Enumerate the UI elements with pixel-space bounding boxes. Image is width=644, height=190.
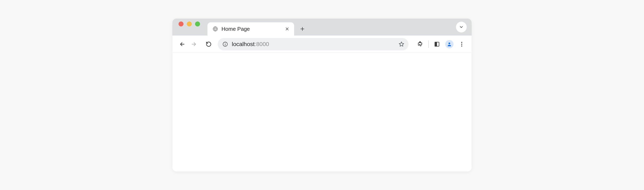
tab-close-button[interactable] — [284, 26, 290, 32]
new-tab-button[interactable] — [296, 23, 308, 35]
back-button[interactable] — [177, 39, 187, 49]
profile-avatar[interactable] — [445, 40, 454, 48]
svg-point-2 — [225, 43, 226, 43]
browser-tab[interactable]: Home Page — [208, 22, 294, 36]
toolbar-divider — [428, 40, 429, 48]
bookmark-star-icon[interactable] — [398, 40, 405, 48]
tabs-menu-button[interactable] — [456, 22, 467, 32]
toolbar: localhost:8000 — [172, 36, 472, 53]
url-port: :8000 — [255, 41, 269, 48]
svg-point-8 — [461, 44, 462, 44]
page-viewport — [172, 53, 472, 172]
address-bar[interactable]: localhost:8000 — [218, 38, 408, 50]
side-panel-icon[interactable] — [432, 39, 442, 49]
window-close-button[interactable] — [178, 22, 184, 26]
site-info-icon[interactable] — [222, 41, 228, 48]
window-controls — [178, 18, 200, 36]
url-text: localhost:8000 — [232, 41, 394, 48]
browser-window: Home Page — [172, 18, 472, 172]
toolbar-right-actions — [415, 39, 467, 49]
svg-point-7 — [461, 42, 462, 43]
window-fullscreen-button[interactable] — [195, 22, 200, 26]
extensions-icon[interactable] — [415, 39, 425, 49]
forward-button[interactable] — [189, 39, 199, 49]
svg-point-6 — [448, 42, 450, 44]
globe-icon — [212, 26, 218, 32]
svg-rect-5 — [435, 42, 437, 46]
window-minimize-button[interactable] — [187, 22, 192, 26]
tab-strip: Home Page — [172, 18, 472, 36]
reload-button[interactable] — [204, 39, 214, 49]
kebab-menu-icon[interactable] — [457, 39, 467, 49]
svg-point-9 — [461, 46, 462, 46]
tab-title: Home Page — [222, 26, 281, 32]
url-host: localhost — [232, 41, 255, 48]
